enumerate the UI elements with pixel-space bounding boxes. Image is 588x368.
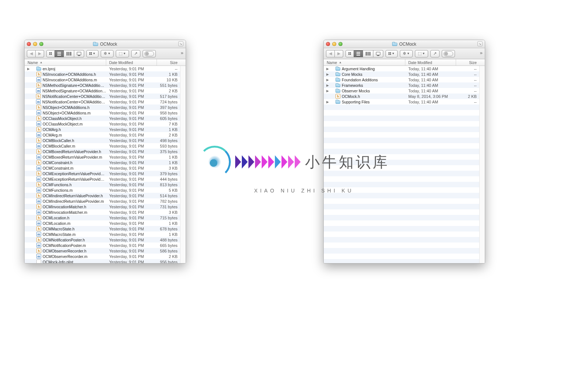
file-row[interactable]: ▶ h NSMethodSignature+OCMAdditions.h Yes… — [25, 82, 186, 88]
file-row[interactable]: ▶ m NSInvocation+OCMAdditions.m Yesterda… — [25, 77, 186, 82]
file-row[interactable]: ▶ h NSObject+OCMAdditions.h Yesterday, 9… — [25, 105, 186, 110]
share-button[interactable]: ↗ — [131, 50, 140, 57]
action-button[interactable]: ✲▼ — [400, 50, 413, 57]
sidebar-toggle-button[interactable] — [143, 50, 156, 57]
coverflow-view-button[interactable] — [373, 50, 383, 57]
column-header-name[interactable]: Name▲ — [25, 59, 106, 66]
file-row[interactable]: ▶ m OCMLocation.m Yesterday, 9:01 PM 1 K… — [25, 220, 186, 226]
column-header-date[interactable]: Date Modified — [106, 59, 157, 66]
dropbox-button[interactable]: ⬚▼ — [415, 50, 428, 57]
file-row[interactable]: ▶ m NSMethodSignature+OCMAdditions.m Yes… — [25, 88, 186, 93]
proxy-icon-button[interactable]: ↘ — [178, 41, 183, 46]
close-button[interactable] — [27, 42, 31, 46]
forward-button[interactable]: ▶ — [36, 50, 44, 57]
back-button[interactable]: ◀ — [27, 50, 36, 57]
file-date: Today, 11:40 AM — [405, 72, 456, 77]
file-row[interactable]: ▶ h OCMExceptionReturnValueProvider.h Ye… — [25, 171, 186, 176]
window-title: OCMock — [25, 42, 186, 47]
disclosure-triangle-icon[interactable]: ▶ — [326, 84, 329, 87]
disclosure-triangle-icon[interactable]: ▶ — [326, 72, 329, 76]
file-row[interactable]: ▶ m OCMIndirectReturnValueProvider.m Yes… — [25, 198, 186, 204]
file-row[interactable]: ▶ m OCMConstraint.m Yesterday, 9:01 PM 3… — [25, 165, 186, 171]
file-row[interactable]: ▶ m NSObject+OCMAdditions.m Yesterday, 9… — [25, 110, 186, 116]
file-row[interactable]: ▶ OCMock-Info.plist Yesterday, 9:01 PM 9… — [25, 259, 186, 263]
file-row[interactable]: ▶ Frameworks Today, 11:40 AM -- — [324, 82, 485, 88]
file-row[interactable]: ▶ m OCMBoxedReturnValueProvider.m Yester… — [25, 154, 186, 160]
proxy-icon-button[interactable]: ↘ — [477, 41, 483, 46]
zoom-button[interactable] — [39, 42, 43, 46]
sidebar-toggle-button[interactable] — [442, 50, 455, 57]
file-row[interactable]: ▶ m OCMExceptionReturnValueProvider.m Ye… — [25, 176, 186, 182]
icon-view-button[interactable] — [345, 50, 354, 57]
disclosure-triangle-icon[interactable]: ▶ — [326, 67, 329, 71]
zoom-button[interactable] — [338, 42, 343, 46]
file-row[interactable]: ▶ h OCMNotificationPoster.h Yesterday, 9… — [25, 237, 186, 243]
file-row[interactable]: ▶ h OCMMacroState.h Yesterday, 9:01 PM 6… — [25, 226, 186, 231]
file-row[interactable]: ▶ Foundation Additions Today, 11:40 AM -… — [324, 77, 485, 82]
file-row[interactable]: ▶ h NSNotificationCenter+OCMAdditions.h … — [25, 93, 186, 99]
file-date: Yesterday, 9:01 PM — [106, 216, 157, 220]
h-file-icon: h — [36, 138, 41, 143]
file-row[interactable]: ▶ h OCMArg.h Yesterday, 9:01 PM 1 KB — [25, 127, 186, 132]
file-date: Today, 11:40 AM — [405, 89, 456, 93]
m-file-icon: m — [36, 77, 41, 82]
column-header-size[interactable]: Size — [456, 59, 485, 66]
column-header-size[interactable]: Size — [157, 59, 186, 66]
file-row[interactable]: ▶ Observer Mocks Today, 11:40 AM -- — [324, 88, 485, 93]
file-row[interactable]: ▶ m OCMArg.m Yesterday, 9:01 PM 2 KB — [25, 132, 186, 138]
file-row[interactable]: ▶ m OCMMacroState.m Yesterday, 9:01 PM 1… — [25, 231, 186, 237]
minimize-button[interactable] — [332, 42, 336, 46]
file-row[interactable]: ▶ h OCMInvocationMatcher.h Yesterday, 9:… — [25, 204, 186, 209]
file-row[interactable]: ▶ h OCMBlockCaller.h Yesterday, 9:01 PM … — [25, 138, 186, 143]
column-header-date[interactable]: Date Modified — [405, 59, 456, 66]
file-row[interactable]: ▶ m OCMBlockCaller.m Yesterday, 9:01 PM … — [25, 143, 186, 149]
coverflow-view-button[interactable] — [74, 50, 84, 57]
titlebar[interactable]: OCMock ↘ — [25, 40, 186, 48]
column-view-button[interactable] — [64, 50, 74, 57]
file-row[interactable]: ▶ m NSNotificationCenter+OCMAdditions.m … — [25, 99, 186, 105]
toggle-pill-icon — [144, 51, 154, 56]
file-row[interactable]: ▶ m OCClassMockObject.m Yesterday, 9:01 … — [25, 121, 186, 127]
titlebar[interactable]: OCMock ↘ — [324, 40, 485, 48]
file-row[interactable]: ▶ m OCMInvocationMatcher.m Yesterday, 9:… — [25, 209, 186, 215]
file-row[interactable]: ▶ m OCMObserverRecorder.m Yesterday, 9:0… — [25, 254, 186, 259]
file-row[interactable]: ▶ m OCMFunctions.m Yesterday, 9:01 PM 5 … — [25, 187, 186, 193]
file-row[interactable]: ▶ h OCMObserverRecorder.h Yesterday, 9:0… — [25, 248, 186, 254]
disclosure-triangle-icon[interactable]: ▶ — [27, 67, 30, 71]
file-row[interactable]: ▶ h OCMConstraint.h Yesterday, 9:01 PM 1… — [25, 160, 186, 165]
disclosure-triangle-icon[interactable]: ▶ — [326, 100, 329, 104]
back-button[interactable]: ◀ — [326, 50, 335, 57]
share-button[interactable]: ↗ — [430, 50, 440, 57]
icon-view-button[interactable] — [46, 50, 55, 57]
column-view-button[interactable] — [363, 50, 373, 57]
close-button[interactable] — [326, 42, 330, 46]
file-row[interactable]: ▶ m OCMNotificationPoster.m Yesterday, 9… — [25, 243, 186, 248]
file-row[interactable]: ▶ h OCMFunctions.h Yesterday, 9:01 PM 81… — [25, 182, 186, 187]
toolbar-overflow-button[interactable]: » — [480, 50, 483, 56]
file-row[interactable]: ▶ h OCMock.h May 8, 2014, 3:06 PM 2 KB — [324, 93, 485, 99]
list-view-button[interactable] — [55, 50, 64, 57]
disclosure-triangle-icon[interactable]: ▶ — [326, 89, 329, 93]
file-row[interactable]: ▶ Argument Handling Today, 11:40 AM -- — [324, 66, 485, 71]
forward-button[interactable]: ▶ — [335, 50, 343, 57]
file-row[interactable]: ▶ en.lproj Yesterday, 9:01 PM -- — [25, 66, 186, 71]
minimize-button[interactable] — [33, 42, 37, 46]
m-file-icon: m — [36, 99, 41, 104]
vertical-scrollbar[interactable] — [180, 66, 186, 263]
file-row[interactable]: ▶ h NSInvocation+OCMAdditions.h Yesterda… — [25, 71, 186, 77]
list-view-button[interactable] — [354, 50, 363, 57]
action-button[interactable]: ✲▼ — [101, 50, 114, 57]
file-row[interactable]: ▶ h OCMIndirectReturnValueProvider.h Yes… — [25, 193, 186, 198]
file-row[interactable]: ▶ h OCClassMockObject.h Yesterday, 9:01 … — [25, 116, 186, 121]
dropbox-button[interactable]: ⬚▼ — [116, 50, 129, 57]
arrange-button[interactable]: ▼ — [386, 50, 398, 57]
file-row[interactable]: ▶ Supporting Files Today, 11:40 AM -- — [324, 99, 485, 105]
vertical-scrollbar[interactable] — [479, 66, 485, 263]
disclosure-triangle-icon[interactable]: ▶ — [326, 78, 329, 82]
file-row[interactable]: ▶ h OCMBoxedReturnValueProvider.h Yester… — [25, 149, 186, 154]
toolbar-overflow-button[interactable]: » — [181, 50, 183, 56]
file-row[interactable]: ▶ h OCMLocation.h Yesterday, 9:01 PM 715… — [25, 215, 186, 220]
file-row[interactable]: ▶ Core Mocks Today, 11:40 AM -- — [324, 71, 485, 77]
arrange-button[interactable]: ▼ — [86, 50, 98, 57]
column-header-name[interactable]: Name▲ — [324, 59, 405, 66]
